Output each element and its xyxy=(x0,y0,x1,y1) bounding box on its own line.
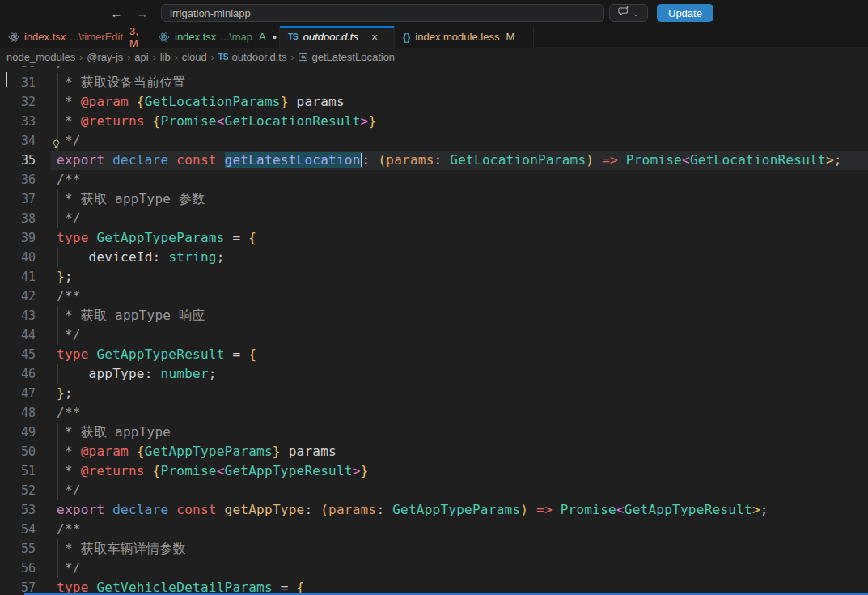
line-number[interactable]: 33 xyxy=(0,112,36,131)
code-line[interactable]: 30/** xyxy=(0,66,868,73)
breadcrumb-item-getlatestlocation[interactable]: getLatestLocation xyxy=(298,51,395,63)
code-text: type GetAppTypeResult = { xyxy=(57,345,256,364)
breadcrumb-separator: › xyxy=(290,52,294,63)
line-number[interactable]: 51 xyxy=(0,461,36,481)
code-line[interactable]: 36/** xyxy=(0,170,868,189)
code-text: }; xyxy=(57,384,73,403)
command-center-search[interactable]: irrigation-miniapp xyxy=(161,4,604,22)
breadcrumb-item--ray-js[interactable]: @ray-js xyxy=(87,51,123,63)
breadcrumb-item-lib[interactable]: lib xyxy=(160,51,171,63)
code-line[interactable]: 38 */ xyxy=(0,209,868,228)
code-text: */ xyxy=(57,209,81,228)
breadcrumb-item-node-modules[interactable]: node_modules xyxy=(6,51,75,63)
close-icon[interactable]: × xyxy=(368,31,381,44)
tab-label: outdoor.d.ts xyxy=(303,31,358,43)
tab-label: index.module.less xyxy=(415,31,499,43)
code-line[interactable]: 55 * 获取车辆详情参数 xyxy=(0,539,868,559)
code-editor[interactable]: 30/**31 * 获取设备当前位置32 * @param {GetLocati… xyxy=(0,66,868,595)
line-number[interactable]: 38 xyxy=(0,209,36,228)
code-text: /** xyxy=(57,287,81,306)
line-number[interactable]: 44 xyxy=(0,325,36,345)
line-number[interactable]: 46 xyxy=(0,364,36,384)
breadcrumb-label: node_modules xyxy=(6,51,75,63)
code-line[interactable]: 45type GetAppTypeResult = { xyxy=(0,345,868,364)
unsaved-dot-icon: ● xyxy=(273,33,277,41)
code-line[interactable]: 47}; xyxy=(0,384,868,403)
update-button[interactable]: Update xyxy=(657,4,713,22)
braces-icon: {} xyxy=(403,32,410,43)
line-number[interactable]: 42 xyxy=(0,287,36,306)
breadcrumb-item-api[interactable]: api xyxy=(134,51,148,63)
tab-index-module-less[interactable]: {}index.module.lessM xyxy=(395,26,534,48)
code-line[interactable]: 49 * 获取 appType xyxy=(0,423,868,442)
code-line[interactable]: 31 * 获取设备当前位置 xyxy=(0,73,868,92)
symbol-constant-icon xyxy=(298,52,308,62)
breadcrumb-label: lib xyxy=(160,51,171,63)
line-number[interactable]: 47 xyxy=(0,384,36,403)
vscode-window: ← → irrigation-miniapp ⌄ Update index.ts… xyxy=(0,0,868,595)
code-text: * @returns {Promise<GetLocationResult>} xyxy=(57,112,376,131)
line-number[interactable]: 55 xyxy=(0,539,36,559)
line-number[interactable]: 45 xyxy=(0,345,36,364)
code-line[interactable]: 44 */ xyxy=(0,325,868,345)
code-text: /** xyxy=(57,66,81,73)
code-line[interactable]: 54/** xyxy=(0,520,868,539)
line-number[interactable]: 56 xyxy=(0,559,36,578)
code-text: }; xyxy=(57,267,73,287)
breadcrumb: node_modules›@ray-js›api›lib›cloud›TSout… xyxy=(0,48,868,66)
code-text: */ xyxy=(57,559,81,578)
typescript-icon: TS xyxy=(288,32,299,41)
breadcrumb-separator: › xyxy=(79,52,83,63)
code-line[interactable]: 46 appType: number; xyxy=(0,364,868,384)
copilot-chat-button[interactable]: ⌄ xyxy=(609,4,648,22)
line-number[interactable]: 35 xyxy=(0,151,36,170)
breadcrumb-item-cloud[interactable]: cloud xyxy=(182,51,207,63)
line-number[interactable]: 43 xyxy=(0,306,36,325)
code-area: 30/**31 * 获取设备当前位置32 * @param {GetLocati… xyxy=(0,66,868,595)
code-line[interactable]: 32 * @param {GetLocationParams} params xyxy=(0,92,868,112)
line-number[interactable]: 37 xyxy=(0,189,36,209)
code-line[interactable]: 40 deviceId: string; xyxy=(0,248,868,267)
line-number[interactable]: 53 xyxy=(0,500,36,520)
line-number[interactable]: 39 xyxy=(0,228,36,248)
code-line[interactable]: 50 * @param {GetAppTypeParams} params xyxy=(0,442,868,461)
line-number[interactable]: 31 xyxy=(0,73,36,92)
breadcrumb-item-outdoor-d-ts[interactable]: TSoutdoor.d.ts xyxy=(218,51,287,63)
code-line[interactable]: 42/** xyxy=(0,287,868,306)
forward-icon[interactable]: → xyxy=(133,6,151,20)
tab-status-badge: 3, M xyxy=(129,25,142,49)
code-line[interactable]: 39type GetAppTypeParams = { xyxy=(0,228,868,248)
code-line[interactable]: 33 * @returns {Promise<GetLocationResult… xyxy=(0,112,868,131)
tab-status-badge: A xyxy=(259,31,266,43)
typescript-icon: TS xyxy=(218,53,229,62)
line-number[interactable]: 34 xyxy=(0,131,36,151)
search-text: irrigation-miniapp xyxy=(170,7,251,19)
line-number[interactable]: 54 xyxy=(0,520,36,539)
tab-index-tsx-map[interactable]: index.tsx...\mapA● xyxy=(150,26,280,48)
breadcrumb-label: getLatestLocation xyxy=(311,51,395,63)
code-line[interactable]: 53export declare const getAppType: (para… xyxy=(0,500,868,520)
line-number[interactable]: 30 xyxy=(0,66,36,73)
line-number[interactable]: 48 xyxy=(0,403,36,423)
code-line[interactable]: 51 * @returns {Promise<GetAppTypeResult>… xyxy=(0,461,868,481)
code-text: * 获取 appType xyxy=(57,423,171,442)
line-number[interactable]: 32 xyxy=(0,92,36,112)
line-number[interactable]: 52 xyxy=(0,481,36,500)
code-text: */ xyxy=(57,481,81,500)
code-line[interactable]: 34 */ xyxy=(0,131,868,151)
code-line[interactable]: 52 */ xyxy=(0,481,868,500)
line-number[interactable]: 50 xyxy=(0,442,36,461)
back-icon[interactable]: ← xyxy=(108,6,125,20)
code-line[interactable]: 35export declare const getLatestLocation… xyxy=(0,151,868,170)
code-line[interactable]: 37 * 获取 appType 参数 xyxy=(0,189,868,209)
code-line[interactable]: 48/** xyxy=(0,403,868,423)
tab-outdoor-d-ts[interactable]: TSoutdoor.d.ts× xyxy=(280,26,395,48)
line-number[interactable]: 41 xyxy=(0,267,36,287)
code-line[interactable]: 56 */ xyxy=(0,559,868,578)
code-line[interactable]: 43 * 获取 appType 响应 xyxy=(0,306,868,325)
line-number[interactable]: 49 xyxy=(0,423,36,442)
line-number[interactable]: 40 xyxy=(0,248,36,267)
tab-index-tsx-timeredit[interactable]: index.tsx...\timerEdit3, M xyxy=(0,26,150,48)
line-number[interactable]: 36 xyxy=(0,170,36,189)
code-line[interactable]: 41}; xyxy=(0,267,868,287)
